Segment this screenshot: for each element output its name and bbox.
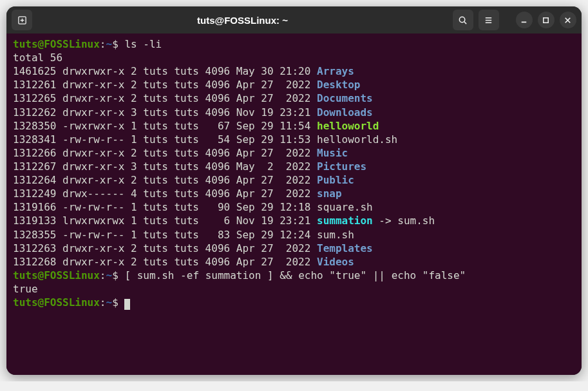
cursor — [124, 299, 130, 310]
window-title: tuts@FOSSLinux: ~ — [197, 15, 288, 26]
titlebar: tuts@FOSSLinux: ~ — [6, 6, 582, 33]
file-name: Public — [317, 174, 354, 186]
maximize-button[interactable] — [538, 12, 555, 28]
listing-row: 1319166 -rw-rw-r-- 1 tuts tuts 90 Sep 29… — [13, 201, 373, 213]
terminal-window: tuts@FOSSLinux: ~ — [6, 6, 582, 375]
total-line: total 56 — [13, 52, 62, 64]
listing-row: 1312263 drwxr-xr-x 2 tuts tuts 4096 Apr … — [13, 242, 373, 254]
prompt-path: ~ — [106, 269, 113, 281]
listing-row: 1312268 drwxr-xr-x 2 tuts tuts 4096 Apr … — [13, 256, 354, 268]
file-name: snap — [317, 187, 342, 200]
listing-row: 1312266 drwxr-xr-x 2 tuts tuts 4096 Apr … — [13, 147, 348, 159]
file-name: sum.sh — [317, 229, 354, 241]
hamburger-icon — [484, 15, 493, 25]
listing-row: 1312264 drwxr-xr-x 2 tuts tuts 4096 Apr … — [13, 174, 354, 186]
file-name: Documents — [317, 92, 373, 104]
svg-rect-9 — [544, 17, 549, 23]
file-name: helloworld.sh — [317, 133, 397, 146]
svg-point-3 — [460, 17, 465, 22]
file-name: Music — [317, 147, 348, 159]
file-name: helloworld — [317, 120, 379, 132]
new-tab-icon — [17, 15, 27, 25]
search-button[interactable] — [453, 10, 473, 30]
listing-row: 1312262 drwxr-xr-x 3 tuts tuts 4096 Nov … — [13, 106, 373, 119]
file-name: Videos — [317, 256, 354, 268]
file-name: Templates — [317, 242, 373, 254]
listing-row: 1328341 -rw-rw-r-- 1 tuts tuts 54 Sep 29… — [13, 133, 397, 146]
output-result: true — [13, 283, 38, 295]
close-button[interactable] — [560, 12, 576, 28]
close-icon — [563, 15, 573, 25]
link-target: -> sum.sh — [373, 215, 435, 227]
command-1: ls -li — [124, 38, 162, 50]
command-2: [ sum.sh -ef summation ] && echo "true" … — [124, 269, 466, 281]
prompt-user-host: tuts@FOSSLinux — [13, 269, 100, 281]
terminal-body[interactable]: tuts@FOSSLinux:~$ ls -li total 56 146162… — [6, 33, 582, 375]
prompt-symbol: $ — [112, 269, 119, 281]
minimize-icon — [519, 15, 529, 25]
prompt-colon: : — [100, 38, 106, 50]
prompt-user-host: tuts@FOSSLinux — [13, 296, 100, 309]
listing-row: 1328350 -rwxrwxr-x 1 tuts tuts 67 Sep 29… — [13, 120, 379, 132]
listing-row: 1312267 drwxr-xr-x 3 tuts tuts 4096 May … — [13, 160, 366, 173]
prompt-symbol: $ — [112, 38, 119, 50]
menu-button[interactable] — [479, 10, 499, 30]
file-name: Desktop — [317, 79, 360, 91]
file-listing: 1461625 drwxrwxr-x 2 tuts tuts 4096 May … — [13, 65, 435, 268]
listing-row: 1319133 lrwxrwxrwx 1 tuts tuts 6 Nov 19 … — [13, 215, 435, 227]
prompt-path: ~ — [106, 38, 113, 50]
prompt-user-host: tuts@FOSSLinux — [13, 38, 100, 50]
file-name: Arrays — [317, 65, 354, 77]
file-name: Pictures — [317, 160, 366, 173]
prompt-path: ~ — [106, 296, 113, 309]
listing-row: 1328355 -rw-rw-r-- 1 tuts tuts 83 Sep 29… — [13, 229, 354, 241]
file-name: square.sh — [317, 201, 373, 213]
svg-line-4 — [464, 21, 466, 23]
listing-row: 1312249 drwx------ 4 tuts tuts 4096 Apr … — [13, 187, 342, 200]
minimize-button[interactable] — [516, 12, 533, 28]
search-icon — [458, 15, 468, 25]
prompt-colon: : — [100, 296, 106, 309]
file-name: summation — [317, 215, 373, 227]
prompt-colon: : — [100, 269, 106, 281]
maximize-icon — [541, 15, 551, 25]
prompt-symbol: $ — [112, 296, 119, 309]
new-tab-button[interactable] — [12, 10, 32, 30]
listing-row: 1312261 drwxr-xr-x 2 tuts tuts 4096 Apr … — [13, 79, 360, 91]
listing-row: 1312265 drwxr-xr-x 2 tuts tuts 4096 Apr … — [13, 92, 373, 104]
listing-row: 1461625 drwxrwxr-x 2 tuts tuts 4096 May … — [13, 65, 354, 77]
file-name: Downloads — [317, 106, 373, 119]
